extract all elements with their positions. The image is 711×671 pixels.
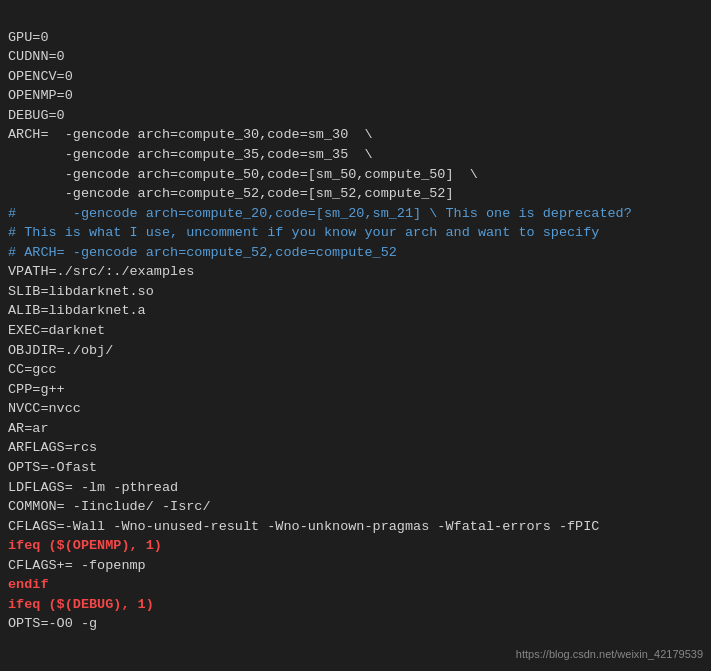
code-line: ALIB=libdarknet.a [8, 301, 703, 321]
code-line: endif [8, 575, 703, 595]
code-block: GPU=0CUDNN=0OPENCV=0OPENMP=0DEBUG=0ARCH=… [0, 4, 711, 638]
code-line: SLIB=libdarknet.so [8, 282, 703, 302]
code-line: COMMON= -Iinclude/ -Isrc/ [8, 497, 703, 517]
code-line: NVCC=nvcc [8, 399, 703, 419]
code-line: OPTS=-O0 -g [8, 614, 703, 634]
code-line: # -gencode arch=compute_20,code=[sm_20,s… [8, 204, 703, 224]
code-line: GPU=0 [8, 28, 703, 48]
code-line: ARCH= -gencode arch=compute_30,code=sm_3… [8, 125, 703, 145]
code-line: OPENCV=0 [8, 67, 703, 87]
watermark: https://blog.csdn.net/weixin_42179539 [516, 647, 703, 663]
code-line: # This is what I use, uncomment if you k… [8, 223, 703, 243]
code-line: OBJDIR=./obj/ [8, 341, 703, 361]
code-line: ifeq ($(DEBUG), 1) [8, 595, 703, 615]
code-line: CC=gcc [8, 360, 703, 380]
code-line: -gencode arch=compute_52,code=[sm_52,com… [8, 184, 703, 204]
code-line: CFLAGS+= -fopenmp [8, 556, 703, 576]
code-line: CFLAGS=-Wall -Wno-unused-result -Wno-unk… [8, 517, 703, 537]
code-line: CUDNN=0 [8, 47, 703, 67]
code-line: EXEC=darknet [8, 321, 703, 341]
code-line: VPATH=./src/:./examples [8, 262, 703, 282]
code-line: CPP=g++ [8, 380, 703, 400]
code-line: AR=ar [8, 419, 703, 439]
code-line: # ARCH= -gencode arch=compute_52,code=co… [8, 243, 703, 263]
code-line: DEBUG=0 [8, 106, 703, 126]
code-line: OPENMP=0 [8, 86, 703, 106]
code-line: -gencode arch=compute_50,code=[sm_50,com… [8, 165, 703, 185]
code-line: OPTS=-Ofast [8, 458, 703, 478]
code-line: ARFLAGS=rcs [8, 438, 703, 458]
code-line: ifeq ($(OPENMP), 1) [8, 536, 703, 556]
code-line: -gencode arch=compute_35,code=sm_35 \ [8, 145, 703, 165]
code-line: LDFLAGS= -lm -pthread [8, 478, 703, 498]
